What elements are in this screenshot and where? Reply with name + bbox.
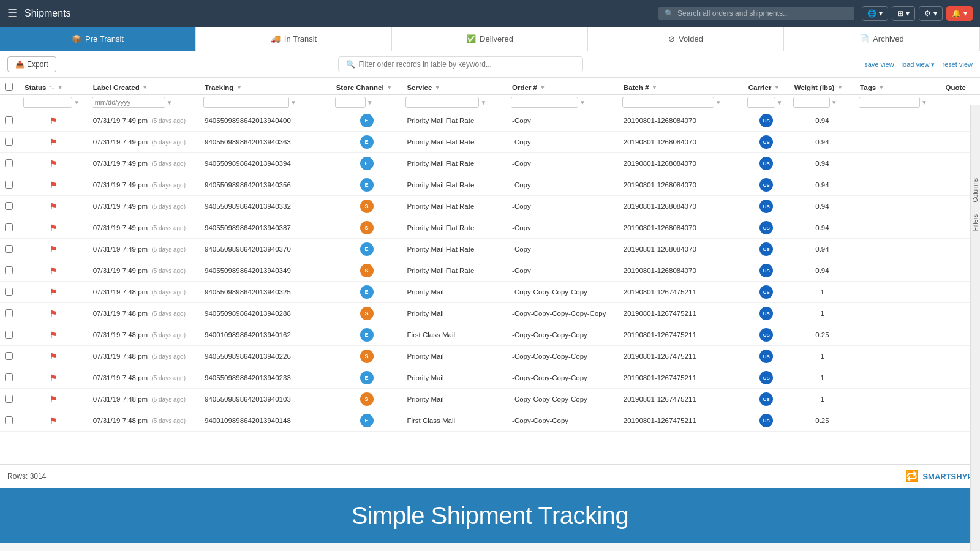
status-sort-icon[interactable]: ↑↓ xyxy=(48,84,55,91)
service-cell: Priority Mail Flat Rate xyxy=(402,132,507,153)
batch-filter-input[interactable] xyxy=(622,97,714,108)
batch-filter-toggle-icon[interactable]: ▼ xyxy=(715,99,722,106)
row-checkbox[interactable] xyxy=(5,352,13,360)
filter-store-col[interactable]: ▼ xyxy=(331,95,402,110)
service-filter-icon[interactable]: ▼ xyxy=(434,84,440,91)
tab-delivered[interactable]: ✅ Delivered xyxy=(392,27,588,51)
tags-filter-input[interactable] xyxy=(859,97,920,108)
save-view-button[interactable]: save view xyxy=(864,61,894,68)
status-filter-toggle-icon[interactable]: ▼ xyxy=(74,99,80,106)
tab-voided[interactable]: ⊘ Voided xyxy=(588,27,784,51)
tab-in-transit[interactable]: 🚚 In Transit xyxy=(196,27,392,51)
label-date-filter-input[interactable] xyxy=(92,97,165,108)
tracking-filter-toggle-icon[interactable]: ▼ xyxy=(290,99,296,106)
weight-filter-input[interactable] xyxy=(793,97,830,108)
globe-button[interactable]: 🌐 ▾ xyxy=(862,6,888,21)
tab-pre-transit[interactable]: 📦 Pre Transit xyxy=(0,27,196,51)
global-search-input[interactable] xyxy=(677,9,848,18)
row-checkbox[interactable] xyxy=(5,331,13,339)
row-checkbox-cell[interactable] xyxy=(0,282,20,303)
settings-button[interactable]: ⚙ ▾ xyxy=(919,6,943,21)
load-view-button[interactable]: load view ▾ xyxy=(902,61,935,69)
shipments-table-container[interactable]: Status ↑↓ ▼ Label Created ▼ xyxy=(0,78,980,464)
select-all-col[interactable] xyxy=(0,78,20,95)
row-checkbox-cell[interactable] xyxy=(0,132,20,153)
filters-panel-label[interactable]: Filters xyxy=(972,214,979,231)
order-filter-input[interactable] xyxy=(511,97,578,108)
filter-order-col[interactable]: ▼ xyxy=(507,95,619,110)
filter-status-col[interactable]: ▼ xyxy=(20,95,88,110)
order-filter-icon[interactable]: ▼ xyxy=(540,84,546,91)
label-filter-toggle-icon[interactable]: ▼ xyxy=(167,99,173,106)
row-checkbox-cell[interactable] xyxy=(0,389,20,410)
filter-input[interactable] xyxy=(359,60,575,69)
tracking-number: 9405509898642013940363 xyxy=(205,138,291,146)
tab-archived[interactable]: 📄 Archived xyxy=(784,27,980,51)
row-checkbox[interactable] xyxy=(5,373,13,381)
row-checkbox-cell[interactable] xyxy=(0,174,20,196)
row-checkbox[interactable] xyxy=(5,266,13,274)
row-checkbox-cell[interactable] xyxy=(0,410,20,432)
row-checkbox[interactable] xyxy=(5,202,13,210)
row-checkbox-cell[interactable] xyxy=(0,367,20,389)
store-filter-input[interactable] xyxy=(335,97,366,108)
row-checkbox-cell[interactable] xyxy=(0,153,20,174)
weight-filter-toggle-icon[interactable]: ▼ xyxy=(831,99,837,106)
filter-tags-col[interactable]: ▼ xyxy=(855,95,940,110)
tracking-filter-icon[interactable]: ▼ xyxy=(236,84,242,91)
tags-filter-toggle-icon[interactable]: ▼ xyxy=(921,99,927,106)
row-checkbox[interactable] xyxy=(5,395,13,403)
row-checkbox[interactable] xyxy=(5,138,13,146)
row-checkbox-cell[interactable] xyxy=(0,260,20,282)
row-checkbox-cell[interactable] xyxy=(0,346,20,367)
columns-panel-label[interactable]: Columns xyxy=(972,178,979,202)
order-filter-toggle-icon[interactable]: ▼ xyxy=(579,99,586,106)
filter-batch-col[interactable]: ▼ xyxy=(619,95,744,110)
batch-filter-icon[interactable]: ▼ xyxy=(651,84,657,91)
select-all-checkbox[interactable] xyxy=(5,83,13,91)
notifications-button[interactable]: 🔔 ▾ xyxy=(946,6,973,21)
row-checkbox[interactable] xyxy=(5,181,13,189)
label-age: (5 days ago) xyxy=(151,268,186,274)
label-filter-icon[interactable]: ▼ xyxy=(142,84,148,91)
weight-filter-icon[interactable]: ▼ xyxy=(837,84,843,91)
grid-button[interactable]: ⊞ ▾ xyxy=(892,6,915,21)
reset-view-button[interactable]: reset view xyxy=(942,61,973,68)
row-checkbox[interactable] xyxy=(5,416,13,424)
label-created-cell: 07/31/19 7:48 pm (5 days ago) xyxy=(88,389,200,410)
filter-label-col[interactable]: ▼ xyxy=(88,95,200,110)
row-checkbox[interactable] xyxy=(5,159,13,167)
export-button[interactable]: 📤 Export xyxy=(7,56,56,72)
global-search-bar[interactable]: 🔍 xyxy=(658,7,854,20)
filter-service-col[interactable]: ▼ xyxy=(402,95,507,110)
status-filter-icon[interactable]: ▼ xyxy=(57,84,63,91)
service-filter-input[interactable] xyxy=(405,97,479,108)
carrier-filter-input[interactable] xyxy=(747,97,775,108)
row-checkbox[interactable] xyxy=(5,116,13,124)
status-filter-input[interactable] xyxy=(23,97,72,108)
table-row: ⚑ 07/31/19 7:49 pm (5 days ago) 94055098… xyxy=(0,260,980,282)
row-checkbox[interactable] xyxy=(5,288,13,296)
row-checkbox[interactable] xyxy=(5,309,13,317)
carrier-filter-icon[interactable]: ▼ xyxy=(774,84,780,91)
carrier-filter-toggle-icon[interactable]: ▼ xyxy=(777,99,783,106)
row-checkbox[interactable] xyxy=(5,223,13,231)
row-checkbox-cell[interactable] xyxy=(0,110,20,132)
store-filter-icon[interactable]: ▼ xyxy=(386,84,393,91)
filter-tracking-col[interactable]: ▼ xyxy=(200,95,331,110)
filter-carrier-col[interactable]: ▼ xyxy=(744,95,790,110)
store-channel-cell: S xyxy=(331,217,402,239)
row-checkbox-cell[interactable] xyxy=(0,217,20,239)
store-filter-toggle-icon[interactable]: ▼ xyxy=(367,99,373,106)
hamburger-icon[interactable]: ☰ xyxy=(7,7,17,20)
row-checkbox-cell[interactable] xyxy=(0,303,20,324)
filter-input-wrapper[interactable]: 🔍 xyxy=(338,56,583,72)
row-checkbox[interactable] xyxy=(5,245,13,253)
row-checkbox-cell[interactable] xyxy=(0,324,20,346)
tracking-filter-input[interactable] xyxy=(203,97,289,108)
tags-filter-icon[interactable]: ▼ xyxy=(878,84,884,91)
row-checkbox-cell[interactable] xyxy=(0,196,20,217)
row-checkbox-cell[interactable] xyxy=(0,239,20,260)
service-filter-toggle-icon[interactable]: ▼ xyxy=(480,99,486,106)
filter-weight-col[interactable]: ▼ xyxy=(790,95,855,110)
